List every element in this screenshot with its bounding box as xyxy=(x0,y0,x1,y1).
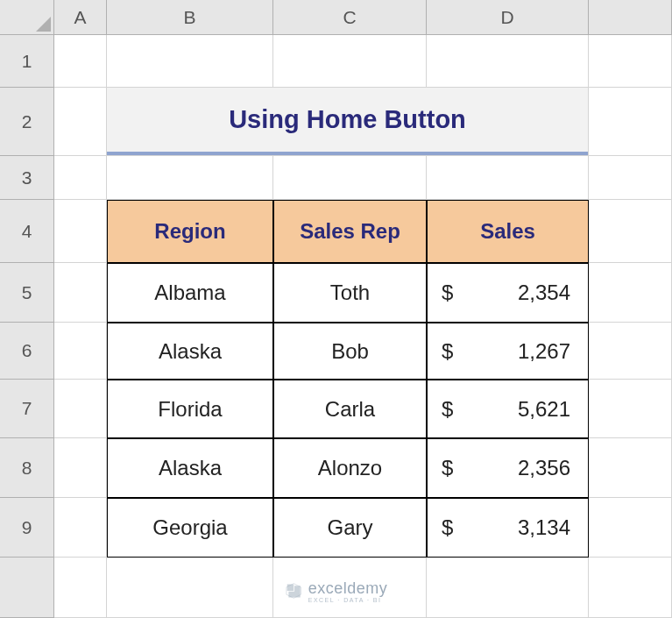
col-header-extra xyxy=(589,0,672,35)
watermark: exceldemy EXCEL · DATA · BI xyxy=(285,580,388,603)
table-header-salesrep[interactable]: Sales Rep xyxy=(273,200,427,263)
row-header-5[interactable]: 5 xyxy=(0,263,54,323)
row-header-4[interactable]: 4 xyxy=(0,200,54,263)
row-header-10[interactable] xyxy=(0,558,54,618)
table-row[interactable]: Alaska xyxy=(107,438,273,498)
row-header-7[interactable]: 7 xyxy=(0,380,54,438)
table-row[interactable]: Florida xyxy=(107,380,273,438)
cell-a3[interactable] xyxy=(54,156,107,200)
cell-d1[interactable] xyxy=(427,35,589,88)
table-header-region[interactable]: Region xyxy=(107,200,273,263)
cell-a6[interactable] xyxy=(54,323,107,380)
table-row[interactable]: Toth xyxy=(273,263,427,323)
row-header-1[interactable]: 1 xyxy=(0,35,54,88)
cell-b10[interactable] xyxy=(107,558,273,618)
row-header-8[interactable]: 8 xyxy=(0,438,54,498)
cell-e4[interactable] xyxy=(589,200,672,263)
spreadsheet-grid: A B C D 1 2 Using Home Button 3 4 Region… xyxy=(0,0,672,618)
currency-symbol: $ xyxy=(442,339,453,364)
table-row[interactable]: $ 2,356 xyxy=(427,438,589,498)
table-row[interactable]: Gary xyxy=(273,498,427,558)
cell-e6[interactable] xyxy=(589,323,672,380)
cell-e1[interactable] xyxy=(589,35,672,88)
cell-e9[interactable] xyxy=(589,498,672,558)
cell-a5[interactable] xyxy=(54,263,107,323)
title-merged-cell[interactable]: Using Home Button xyxy=(107,88,589,156)
cell-a7[interactable] xyxy=(54,380,107,438)
cell-c3[interactable] xyxy=(273,156,427,200)
col-header-d[interactable]: D xyxy=(427,0,589,35)
cell-e2[interactable] xyxy=(589,88,672,156)
select-all-corner[interactable] xyxy=(0,0,54,35)
cell-e8[interactable] xyxy=(589,438,672,498)
col-header-a[interactable]: A xyxy=(54,0,107,35)
row-header-2[interactable]: 2 xyxy=(0,88,54,156)
currency-symbol: $ xyxy=(442,281,453,305)
table-row[interactable]: $ 2,354 xyxy=(427,263,589,323)
cell-b3[interactable] xyxy=(107,156,273,200)
cell-d3[interactable] xyxy=(427,156,589,200)
table-row[interactable]: Georgia xyxy=(107,498,273,558)
cell-a1[interactable] xyxy=(54,35,107,88)
sales-value: 2,356 xyxy=(518,456,570,480)
cell-a9[interactable] xyxy=(54,498,107,558)
cell-e10[interactable] xyxy=(589,558,672,618)
table-row[interactable]: $ 5,621 xyxy=(427,380,589,438)
watermark-sub: EXCEL · DATA · BI xyxy=(308,597,388,603)
page-title: Using Home Button xyxy=(107,88,588,155)
logo-icon xyxy=(285,582,302,602)
sales-value: 5,621 xyxy=(518,397,570,422)
cell-e7[interactable] xyxy=(589,380,672,438)
col-header-b[interactable]: B xyxy=(107,0,273,35)
row-header-9[interactable]: 9 xyxy=(0,498,54,558)
cell-a10[interactable] xyxy=(54,558,107,618)
cell-e5[interactable] xyxy=(589,263,672,323)
cell-e3[interactable] xyxy=(589,156,672,200)
watermark-main: exceldemy xyxy=(308,580,388,596)
cell-c1[interactable] xyxy=(273,35,427,88)
table-row[interactable]: Alonzo xyxy=(273,438,427,498)
currency-symbol: $ xyxy=(442,456,453,480)
sales-value: 2,354 xyxy=(518,281,570,305)
sales-value: 1,267 xyxy=(518,339,570,364)
row-header-3[interactable]: 3 xyxy=(0,156,54,200)
cell-a8[interactable] xyxy=(54,438,107,498)
table-row[interactable]: Carla xyxy=(273,380,427,438)
table-header-sales[interactable]: Sales xyxy=(427,200,589,263)
currency-symbol: $ xyxy=(442,515,453,540)
col-header-c[interactable]: C xyxy=(273,0,427,35)
table-row[interactable]: $ 1,267 xyxy=(427,323,589,380)
cell-d10[interactable] xyxy=(427,558,589,618)
sales-value: 3,134 xyxy=(518,515,570,540)
cell-a2[interactable] xyxy=(54,88,107,156)
table-row[interactable]: Albama xyxy=(107,263,273,323)
table-row[interactable]: Alaska xyxy=(107,323,273,380)
row-header-6[interactable]: 6 xyxy=(0,323,54,380)
cell-a4[interactable] xyxy=(54,200,107,263)
table-row[interactable]: Bob xyxy=(273,323,427,380)
cell-b1[interactable] xyxy=(107,35,273,88)
currency-symbol: $ xyxy=(442,397,453,422)
table-row[interactable]: $ 3,134 xyxy=(427,498,589,558)
